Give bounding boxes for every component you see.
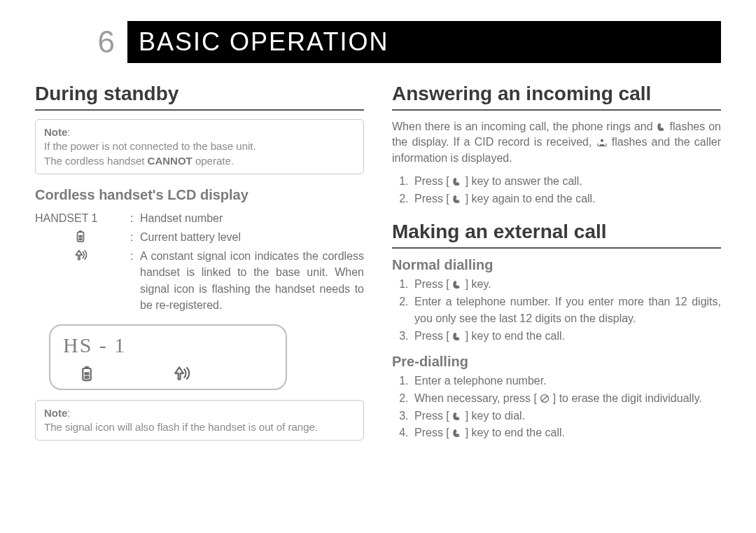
note-box-range: Note: The signal icon will also flash if… [35, 400, 364, 441]
def-val: Current battery level [140, 229, 364, 245]
left-column: During standby Note: If the power is not… [35, 83, 364, 455]
heading-normal-dialling: Normal dialling [392, 257, 721, 273]
note-box-power: Note: If the power is not connected to t… [35, 119, 364, 174]
list-item: Press [ ] key to answer the call. [412, 173, 721, 191]
heading-pre-dialling: Pre-dialling [392, 354, 721, 370]
list-item: Press [ ] key to end the call. [412, 424, 721, 442]
note-text: The signal icon will also flash if the h… [44, 421, 318, 433]
lcd-illustration: HS - 1 [49, 324, 287, 390]
list-item: Press [ ] key. [412, 276, 721, 293]
lcd-text: HS - 1 [63, 333, 273, 357]
step-list: Press [ ] key to answer the call. Press … [392, 173, 721, 208]
note-text: The cordless handset [44, 155, 148, 167]
handset-icon [452, 331, 462, 341]
paragraph: When there is an incoming call, the phon… [392, 119, 721, 166]
handset-icon [452, 428, 462, 438]
manual-page: 6 BASIC OPERATION During standby Note: I… [0, 21, 756, 533]
definition-list: HANDSET 1 : Handset number : Current bat… [35, 210, 364, 313]
def-val: A constant signal icon indicates the cor… [140, 248, 364, 313]
handset-icon [452, 279, 462, 289]
rule [35, 109, 364, 111]
rule [392, 247, 721, 249]
step-list: Enter a telephone number. When necessary… [392, 373, 721, 442]
battery-icon [80, 364, 94, 382]
heading-lcd-display: Cordless handset's LCD display [35, 187, 364, 203]
heading-during-standby: During standby [35, 83, 364, 105]
list-item: Enter a telephone number. [412, 373, 721, 390]
cid-icon [596, 137, 608, 147]
heading-external-call: Making an external call [392, 221, 721, 243]
note-label: Note [44, 407, 67, 419]
list-item: Press [ ] key to dial. [412, 408, 721, 425]
handset-icon [452, 411, 462, 421]
note-label: Note [44, 126, 67, 138]
signal-icon [35, 248, 126, 313]
list-item: When necessary, press [ ] to erase the d… [412, 390, 721, 408]
heading-answering: Answering an incoming call [392, 83, 721, 105]
right-column: Answering an incoming call When there is… [392, 83, 721, 455]
chapter-header: 6 BASIC OPERATION [35, 21, 721, 63]
note-strong: CANNOT [148, 155, 192, 167]
signal-icon [171, 364, 192, 382]
list-item: Enter a telephone number. If you enter m… [412, 293, 721, 328]
cancel-icon [540, 394, 550, 403]
list-item: Press [ ] key to end the call. [412, 328, 721, 345]
battery-icon [35, 229, 126, 245]
note-text: If the power is not connected to the bas… [44, 140, 256, 152]
step-list: Press [ ] key. Enter a telephone number.… [392, 276, 721, 345]
def-val: Handset number [140, 210, 364, 226]
rule [392, 109, 721, 111]
list-item: Press [ ] key again to end the call. [412, 191, 721, 208]
handset-icon [452, 194, 462, 204]
handset-icon [657, 122, 666, 132]
handset-icon [452, 176, 462, 186]
def-key-handset1: HANDSET 1 [35, 210, 126, 226]
note-text: operate. [192, 155, 234, 167]
chapter-number: 6 [35, 21, 127, 63]
chapter-title: BASIC OPERATION [127, 21, 721, 63]
